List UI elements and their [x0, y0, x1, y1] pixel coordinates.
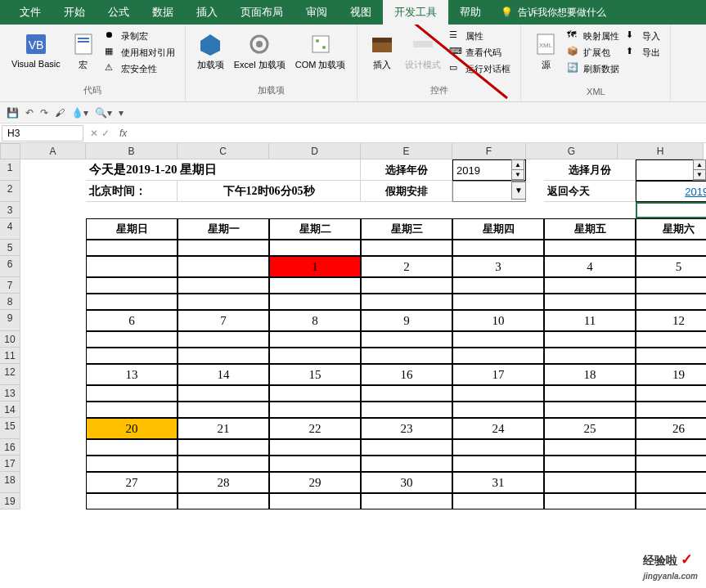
row-4[interactable]: 4 — [0, 218, 20, 240]
tab-home[interactable]: 开始 — [52, 0, 97, 25]
row-1[interactable]: 1 — [0, 159, 20, 181]
calendar-cell[interactable]: 5 — [636, 256, 706, 277]
calendar-cell[interactable] — [361, 456, 452, 472]
calendar-cell[interactable] — [636, 402, 706, 418]
calendar-cell[interactable]: 31 — [452, 472, 544, 493]
calendar-cell[interactable] — [178, 385, 269, 402]
calendar-cell[interactable]: 17 — [452, 364, 544, 385]
tab-file[interactable]: 文件 — [8, 0, 52, 25]
calendar-cell[interactable] — [636, 493, 706, 509]
row-15[interactable]: 15 — [0, 418, 20, 439]
row-18[interactable]: 18 — [0, 472, 20, 493]
calendar-cell[interactable] — [269, 439, 361, 456]
calendar-cell[interactable] — [86, 277, 178, 294]
holiday-dropdown-button[interactable]: ▼ — [511, 182, 526, 200]
calendar-cell[interactable]: 21 — [178, 418, 269, 439]
calendar-cell[interactable] — [178, 240, 269, 256]
calendar-cell[interactable] — [269, 456, 361, 472]
calendar-cell[interactable] — [86, 294, 178, 310]
run-dialog-button[interactable]: ▭运行对话框 — [446, 61, 514, 77]
fx-button[interactable]: fx — [115, 128, 132, 139]
calendar-cell[interactable]: 1 — [269, 256, 361, 277]
col-E[interactable]: E — [361, 143, 452, 159]
map-properties-button[interactable]: 🗺映射属性 — [564, 28, 623, 44]
row-11[interactable]: 11 — [0, 348, 20, 364]
calendar-cell[interactable] — [269, 331, 361, 348]
col-A[interactable]: A — [20, 143, 86, 159]
tell-me-search[interactable]: 💡 告诉我你想要做什么 — [501, 6, 606, 20]
import-button[interactable]: ⬇导入 — [623, 28, 663, 44]
row-12[interactable]: 12 — [0, 364, 20, 385]
calendar-cell[interactable] — [636, 277, 706, 294]
row-16[interactable]: 16 — [0, 439, 20, 456]
calendar-cell[interactable]: 16 — [361, 364, 452, 385]
save-icon[interactable]: 💾 — [7, 107, 19, 119]
tab-formulas[interactable]: 公式 — [97, 0, 141, 25]
properties-button[interactable]: ☰属性 — [446, 28, 514, 44]
calendar-cell[interactable] — [269, 240, 361, 256]
calendar-cell[interactable] — [361, 331, 452, 348]
tab-data[interactable]: 数据 — [141, 0, 185, 25]
macro-button[interactable]: 宏 — [65, 28, 101, 74]
calendar-cell[interactable] — [544, 385, 636, 402]
row-8[interactable]: 8 — [0, 294, 20, 310]
source-button[interactable]: XML 源 — [528, 28, 564, 74]
col-B[interactable]: B — [86, 143, 178, 159]
calendar-cell[interactable] — [178, 402, 269, 418]
calendar-cell[interactable] — [86, 493, 178, 509]
calendar-cell[interactable] — [636, 240, 706, 256]
relative-ref-button[interactable]: ▦使用相对引用 — [101, 44, 178, 61]
col-C[interactable]: C — [178, 143, 269, 159]
calendar-cell[interactable] — [361, 402, 452, 418]
calendar-cell[interactable]: 28 — [178, 472, 269, 493]
spinner-up-icon[interactable]: ▲ — [694, 160, 705, 170]
calendar-cell[interactable] — [636, 439, 706, 456]
record-macro-button[interactable]: ⏺录制宏 — [101, 28, 178, 44]
calendar-cell[interactable]: 4 — [544, 256, 636, 277]
calendar-cell[interactable] — [452, 331, 544, 348]
calendar-cell[interactable] — [636, 456, 706, 472]
calendar-cell[interactable] — [178, 456, 269, 472]
tab-insert[interactable]: 插入 — [185, 0, 229, 25]
tab-help[interactable]: 帮助 — [448, 0, 492, 25]
row-17[interactable]: 17 — [0, 456, 20, 472]
col-D[interactable]: D — [269, 143, 361, 159]
calendar-cell[interactable] — [269, 277, 361, 294]
find-icon[interactable]: 🔍▾ — [95, 107, 112, 119]
month-spinner[interactable]: ▲▼ — [693, 159, 706, 181]
calendar-cell[interactable] — [636, 331, 706, 348]
cancel-icon[interactable]: ✕ — [90, 128, 98, 139]
row-7[interactable]: 7 — [0, 277, 20, 294]
calendar-cell[interactable] — [269, 402, 361, 418]
undo-icon[interactable]: ↶ — [25, 107, 34, 119]
calendar-cell[interactable] — [86, 240, 178, 256]
row-10[interactable]: 10 — [0, 331, 20, 348]
row-19[interactable]: 19 — [0, 493, 20, 509]
design-mode-button[interactable]: 设计模式 — [400, 28, 446, 74]
qat-dropdown-icon[interactable]: ▾ — [119, 107, 124, 119]
export-button[interactable]: ⬆导出 — [623, 44, 663, 61]
calendar-cell[interactable] — [86, 256, 178, 277]
row-5[interactable]: 5 — [0, 240, 20, 256]
calendar-cell[interactable]: 10 — [452, 310, 544, 331]
col-H[interactable]: H — [618, 143, 704, 159]
calendar-cell[interactable]: 15 — [269, 364, 361, 385]
calendar-cell[interactable]: 13 — [86, 364, 178, 385]
calendar-cell[interactable] — [269, 385, 361, 402]
calendar-cell[interactable] — [544, 456, 636, 472]
excel-addin-button[interactable]: Excel 加载项 — [229, 28, 290, 74]
calendar-cell[interactable] — [86, 456, 178, 472]
calendar-cell[interactable] — [178, 439, 269, 456]
calendar-cell[interactable]: 24 — [452, 418, 544, 439]
calendar-cell[interactable] — [452, 385, 544, 402]
calendar-cell[interactable] — [86, 385, 178, 402]
calendar-cell[interactable] — [86, 402, 178, 418]
redo-icon[interactable]: ↷ — [40, 107, 48, 119]
calendar-cell[interactable] — [452, 402, 544, 418]
calendar-cell[interactable]: 29 — [269, 472, 361, 493]
calendar-cell[interactable]: 22 — [269, 418, 361, 439]
calendar-cell[interactable] — [178, 348, 269, 364]
calendar-cell[interactable] — [361, 439, 452, 456]
calendar-cell[interactable]: 2 — [361, 256, 452, 277]
name-box[interactable] — [2, 125, 83, 141]
